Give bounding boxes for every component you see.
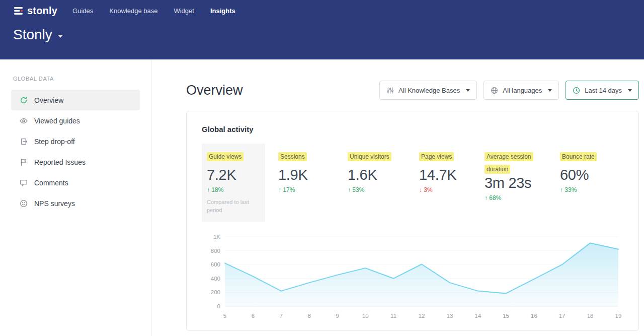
topnav-items: GuidesKnowledge baseWidgetInsights xyxy=(72,7,235,15)
app-header: stonly GuidesKnowledge baseWidgetInsight… xyxy=(0,0,644,59)
stat-average-session-duration: Average session duration 3m 23s ↑ 68% xyxy=(479,144,547,222)
filter-all-knowledge-bases[interactable]: All Knowledge Bases xyxy=(379,81,477,100)
topnav: stonly GuidesKnowledge baseWidgetInsight… xyxy=(13,0,631,17)
stat-label: Bounce rate xyxy=(560,152,597,161)
svg-text:8: 8 xyxy=(307,313,310,319)
sidebar-item-step-drop-off[interactable]: Step drop-off xyxy=(11,131,140,152)
workspace-switcher[interactable]: Stonly xyxy=(13,27,63,43)
stat-label: Sessions xyxy=(278,152,307,161)
filter-label: All Knowledge Bases xyxy=(398,87,460,94)
globe-icon xyxy=(491,87,498,94)
stat-delta: ↑ 18% xyxy=(207,186,260,193)
stat-label: Average session duration xyxy=(485,152,533,174)
chevron-down-icon xyxy=(548,89,552,92)
stat-delta: ↑ 53% xyxy=(348,186,401,193)
chevron-down-icon xyxy=(466,89,470,92)
svg-text:600: 600 xyxy=(211,262,220,268)
svg-text:15: 15 xyxy=(503,313,509,319)
svg-text:200: 200 xyxy=(211,290,220,296)
clock-icon xyxy=(573,87,580,94)
svg-text:13: 13 xyxy=(447,313,453,319)
stat-sessions: Sessions 1.9K ↑ 17% xyxy=(273,144,335,222)
sidebar-item-reported-issues[interactable]: Reported Issues xyxy=(11,152,140,172)
nav-knowledge-base[interactable]: Knowledge base xyxy=(109,7,157,15)
stat-label: Unique visitors xyxy=(348,152,391,161)
stat-delta: ↑ 68% xyxy=(485,194,542,201)
sidebar-item-overview[interactable]: Overview xyxy=(11,90,140,110)
svg-text:400: 400 xyxy=(211,276,220,282)
svg-text:7: 7 xyxy=(279,313,282,319)
stat-note: Compared to last period xyxy=(207,198,255,215)
filter-all-languages[interactable]: All languages xyxy=(484,81,559,100)
stat-delta: ↑ 33% xyxy=(560,186,615,193)
filter-last-14-days[interactable]: Last 14 days xyxy=(566,81,639,100)
sidebar-nav: Overview Viewed guides Step drop-off Rep… xyxy=(0,90,151,214)
sidebar-item-comments[interactable]: Comments xyxy=(11,172,140,193)
chevron-down-icon xyxy=(58,35,63,38)
global-activity-card: Global activity Guide views 7.2K ↑ 18% C… xyxy=(186,111,639,331)
svg-text:9: 9 xyxy=(336,313,339,319)
stat-page-views: Page views 14.7K ↓ 3% xyxy=(414,144,471,222)
svg-text:12: 12 xyxy=(419,313,425,319)
nav-insights[interactable]: Insights xyxy=(210,7,235,15)
overview-icon xyxy=(20,96,28,104)
stat-value: 1.9K xyxy=(278,167,330,182)
step-dropoff-icon xyxy=(20,138,28,146)
svg-text:6: 6 xyxy=(252,313,255,319)
stonly-logo-icon xyxy=(13,6,24,16)
stat-label: Guide views xyxy=(207,152,244,161)
sidebar: GLOBAL DATA Overview Viewed guides Step … xyxy=(0,59,151,336)
sidebar-item-label: Comments xyxy=(34,179,68,187)
sidebar-item-label: NPS surveys xyxy=(34,199,75,208)
nav-widget[interactable]: Widget xyxy=(174,7,194,15)
svg-text:18: 18 xyxy=(587,313,594,319)
stat-label: Page views xyxy=(419,152,454,161)
sidebar-item-label: Viewed guides xyxy=(34,117,80,125)
filter-label: Last 14 days xyxy=(585,87,622,94)
eye-icon xyxy=(20,117,28,125)
stats-row: Guide views 7.2K ↑ 18% Compared to last … xyxy=(202,144,623,222)
svg-text:19: 19 xyxy=(615,313,622,319)
sidebar-section-label: GLOBAL DATA xyxy=(0,76,151,82)
sidebar-item-label: Step drop-off xyxy=(34,138,75,146)
sidebar-item-label: Overview xyxy=(34,96,63,104)
svg-text:800: 800 xyxy=(211,248,220,254)
stat-value: 60% xyxy=(560,167,615,182)
logo-text: stonly xyxy=(27,5,57,17)
sidebar-item-nps-surveys[interactable]: NPS surveys xyxy=(11,193,140,214)
activity-chart-svg: 02004006008001K5678910111213141516171819 xyxy=(202,231,623,321)
sliders-icon xyxy=(386,87,394,94)
svg-text:17: 17 xyxy=(559,313,566,319)
stat-bounce-rate: Bounce rate 60% ↑ 33% xyxy=(555,144,620,222)
stat-delta: ↑ 17% xyxy=(278,186,330,193)
stat-value: 1.6K xyxy=(348,167,401,182)
stonly-logo[interactable]: stonly xyxy=(13,5,57,17)
svg-text:10: 10 xyxy=(362,313,369,319)
sidebar-item-label: Reported Issues xyxy=(34,158,86,166)
svg-text:5: 5 xyxy=(223,313,226,319)
chevron-down-icon xyxy=(628,89,632,92)
main-header: Overview All Knowledge Bases All languag… xyxy=(186,81,639,100)
card-title: Global activity xyxy=(202,125,623,133)
stat-delta: ↓ 3% xyxy=(419,186,466,193)
stat-value: 7.2K xyxy=(207,167,260,182)
svg-text:0: 0 xyxy=(217,303,220,309)
page-body: GLOBAL DATA Overview Viewed guides Step … xyxy=(0,59,644,336)
svg-text:11: 11 xyxy=(390,313,396,319)
filter-label: All languages xyxy=(503,87,542,94)
flag-icon xyxy=(20,158,28,166)
activity-chart: 02004006008001K5678910111213141516171819 xyxy=(202,231,623,321)
nav-guides[interactable]: Guides xyxy=(72,7,93,15)
stat-guide-views: Guide views 7.2K ↑ 18% Compared to last … xyxy=(202,144,265,222)
comment-icon xyxy=(20,179,28,187)
stat-value: 14.7K xyxy=(419,167,466,182)
sidebar-item-viewed-guides[interactable]: Viewed guides xyxy=(11,110,140,131)
stat-value: 3m 23s xyxy=(485,175,542,190)
svg-text:14: 14 xyxy=(474,313,481,319)
main-content: Overview All Knowledge Bases All languag… xyxy=(151,59,644,336)
svg-text:1K: 1K xyxy=(213,234,220,240)
workspace-name: Stonly xyxy=(13,27,52,43)
page-title: Overview xyxy=(186,83,243,98)
stat-unique-visitors: Unique visitors 1.6K ↑ 53% xyxy=(343,144,406,222)
smiley-icon xyxy=(20,199,28,208)
